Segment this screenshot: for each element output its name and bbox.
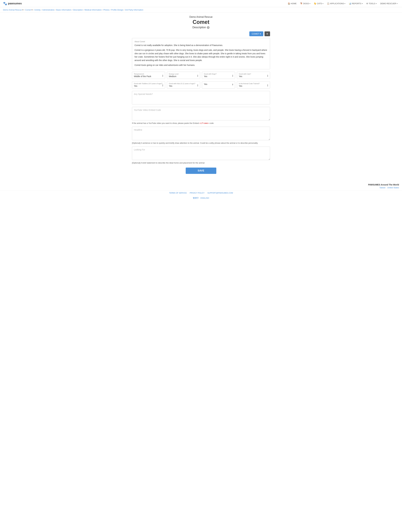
nav-tools[interactable]: ⚙ TOOLS ▾ <box>365 1 378 6</box>
good-with-dogs-value: Yes ▾ <box>204 75 233 77</box>
good-with-toddlers-value: Yes ▾ <box>134 85 163 87</box>
headline-helper: [Optional] A sentence or two to quickly … <box>132 142 270 144</box>
main-content: Demo Animal Rescue Comet Description ? C… <box>129 13 273 180</box>
good-with-dogs-arrow: ▾ <box>232 75 233 77</box>
footer-taiwan-link[interactable]: Taiwan <box>379 186 385 189</box>
youtube-embed-field[interactable] <box>132 107 270 120</box>
crate-trained-value: Yes ▾ <box>239 85 268 87</box>
comet-btn-label: COMET ▾ <box>252 33 261 35</box>
tools-icon: ⚙ <box>366 2 368 5</box>
footer-united-states-link[interactable]: United States <box>387 186 399 189</box>
applications-icon: 📋 <box>327 2 329 5</box>
action-row: COMET ▾ ⚙ <box>132 32 270 36</box>
energy-level-label: Energy Level <box>169 73 198 75</box>
dogs-caret: ▾ <box>309 3 310 4</box>
crate-trained-arrow: ▾ <box>267 85 268 87</box>
footer-traditional-chinese-link[interactable]: 繁體字 <box>193 197 199 199</box>
good-with-cats-value: Yes ▾ <box>239 75 268 77</box>
tools-caret: ▾ <box>376 3 377 4</box>
applications-caret: ▾ <box>345 3 345 4</box>
good-with-dogs-label: Good with Dogs? <box>204 73 233 75</box>
looking-for-field[interactable] <box>132 146 270 160</box>
breadcrumb-activity[interactable]: Activity <box>34 9 41 11</box>
good-with-cats-dropdown[interactable]: Good with Cats? Yes ▾ <box>237 72 270 79</box>
gear-icon: ⚙ <box>266 33 268 35</box>
about-card: About Comet Comet is not really availabl… <box>132 38 270 69</box>
good-with-cats-arrow: ▾ <box>267 75 268 77</box>
looking-for-helper: [Optional] A brief statement to describe… <box>132 162 270 164</box>
brand[interactable]: 🐾 pawsumes <box>3 2 22 6</box>
paw-icon: 🐾 <box>3 2 7 6</box>
footer-lang: 繁體字 ENGLISH <box>0 196 402 201</box>
iframe-code-tag: <iframe> <box>199 122 209 124</box>
cats-caret: ▾ <box>323 3 323 4</box>
breadcrumb-photos[interactable]: Photos <box>103 9 109 11</box>
good-with-dogs-dropdown[interactable]: Good with Dogs? Yes ▾ <box>202 72 235 79</box>
description-help-icon[interactable]: ? <box>207 26 210 29</box>
about-para-2: Comet is a gorgeous 4 yeara old, 70 lb p… <box>135 48 267 62</box>
save-button[interactable]: SAVE <box>186 168 216 174</box>
comet-dropdown-button[interactable]: COMET ▾ <box>249 32 263 36</box>
temperament-dropdown[interactable]: Temperament Middle of the Pack ▾ <box>132 72 165 79</box>
crate-trained-label: Is the Animal Crate Trained? <box>239 83 268 84</box>
good-with-teens-dropdown[interactable]: Yes ▾ <box>202 81 235 89</box>
good-with-cats-label: Good with Cats? <box>239 73 268 75</box>
temperament-arrow: ▾ <box>162 75 163 77</box>
dogs-icon: 🐕 <box>300 2 303 5</box>
breadcrumb-basic-information[interactable]: Basic Information <box>56 9 71 11</box>
good-with-kids-label: Good with Kids (5-12 years of age)? <box>169 83 198 84</box>
breadcrumb-3rd-party[interactable]: 3rd Party Information <box>125 9 143 11</box>
reports-icon: 📊 <box>349 2 351 5</box>
good-with-teens-value: Yes ▾ <box>204 83 233 85</box>
nav-dogs[interactable]: 🐕 DOGS ▾ <box>299 1 312 6</box>
good-with-toddlers-dropdown[interactable]: Good with Toddlers (0-5 years of age)? Y… <box>132 81 165 89</box>
headline-field[interactable] <box>132 127 270 140</box>
breadcrumb-administrative[interactable]: Administrative <box>42 9 55 11</box>
breadcrumb-comet[interactable]: Comet <box>25 9 31 11</box>
breadcrumb: Demo Animal Rescue ▾ / Comet ▾ / Activit… <box>0 7 402 13</box>
about-text: Comet is not really available for adopti… <box>135 44 267 67</box>
good-with-kids-arrow: ▾ <box>197 85 198 87</box>
youtube-helper: If the animal has a YouTube video you wa… <box>132 122 270 124</box>
special-needs-placeholder: Any Special Needs? <box>134 93 153 95</box>
save-btn-row: SAVE <box>132 168 270 174</box>
good-with-kids-dropdown[interactable]: Good with Kids (5-12 years of age)? Yes … <box>167 81 200 89</box>
footer-bottom: TERMS OF SERVICE PRIVACY POLICY SUPPORT@… <box>0 190 402 196</box>
breadcrumb-profile-design[interactable]: Profile Design <box>111 9 124 11</box>
breadcrumb-caret-1: ▾ <box>22 9 23 11</box>
about-para-3: Comet loves going on car rides and adven… <box>135 63 267 67</box>
energy-level-arrow: ▾ <box>197 75 198 77</box>
gear-button[interactable]: ⚙ <box>265 32 270 36</box>
temperament-label: Temperament <box>134 73 163 75</box>
dropdowns-row1: Temperament Middle of the Pack ▾ Energy … <box>132 72 270 79</box>
nav-home[interactable]: 🏠 HOME <box>286 1 298 6</box>
nav-menu: 🏠 HOME 🐕 DOGS ▾ 🐈 CATS ▾ 📋 APPLICATIONS … <box>286 1 399 6</box>
footer-privacy-link[interactable]: PRIVACY POLICY <box>190 192 204 194</box>
nav-applications[interactable]: 📋 APPLICATIONS ▾ <box>325 1 347 6</box>
footer-support-link[interactable]: SUPPORT@PAWSUMES.COM <box>207 192 233 194</box>
good-with-toddlers-arrow: ▾ <box>162 85 163 87</box>
about-para-1: Comet is not really available for adopti… <box>135 44 267 47</box>
page-org: Demo Animal Rescue <box>132 16 270 18</box>
footer-world-title: PAWSUMES Around The World <box>3 184 399 186</box>
breadcrumb-medical-information[interactable]: Medical Information <box>85 9 101 11</box>
footer-english-link[interactable]: ENGLISH <box>201 197 209 199</box>
energy-level-dropdown[interactable]: Energy Level Medium ▾ <box>167 72 200 79</box>
crate-trained-dropdown[interactable]: Is the Animal Crate Trained? Yes ▾ <box>237 81 270 89</box>
footer-world: PAWSUMES Around The World Taiwan United … <box>0 180 402 190</box>
breadcrumb-caret-2: ▾ <box>31 9 33 11</box>
home-icon: 🏠 <box>288 2 290 5</box>
breadcrumb-description[interactable]: Description <box>73 9 83 11</box>
cats-icon: 🐈 <box>314 2 316 5</box>
footer-terms-link[interactable]: TERMS OF SERVICE <box>169 192 187 194</box>
nav-reports[interactable]: 📊 REPORTS ▾ <box>347 1 364 6</box>
dropdowns-row2: Good with Toddlers (0-5 years of age)? Y… <box>132 81 270 89</box>
energy-level-value: Medium ▾ <box>169 75 198 77</box>
special-needs-area: Any Special Needs? <box>132 91 270 104</box>
nav-demo-rescuer[interactable]: DEMO RESCUER ▾ <box>379 1 399 6</box>
page-subtitle: Description ? <box>132 26 270 29</box>
reports-caret: ▾ <box>362 3 363 4</box>
good-with-teens-arrow: ▾ <box>232 83 233 85</box>
breadcrumb-demo-animal-rescue[interactable]: Demo Animal Rescue <box>3 9 22 11</box>
nav-cats[interactable]: 🐈 CATS ▾ <box>312 1 325 6</box>
